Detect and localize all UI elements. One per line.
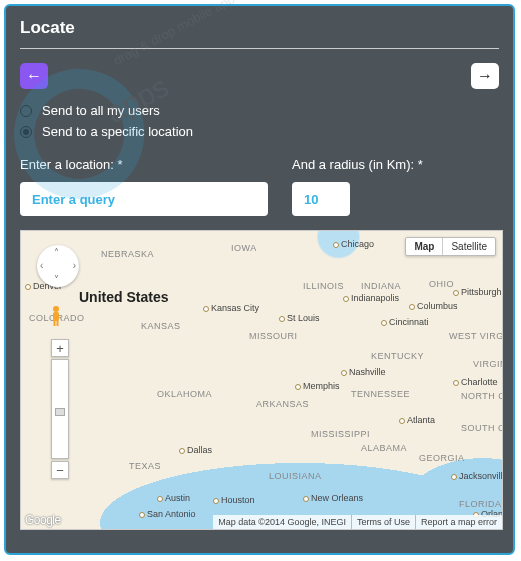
map-state-label: IOWA <box>231 243 257 253</box>
zoom-in-button[interactable]: + <box>51 339 69 357</box>
map-city-label: St Louis <box>279 313 320 323</box>
map-city-label: Indianapolis <box>343 293 399 303</box>
svg-rect-2 <box>54 320 56 326</box>
option-specific-location[interactable]: Send to a specific location <box>20 124 499 139</box>
map-state-label: KANSAS <box>141 321 181 331</box>
map-state-label: OKLAHOMA <box>157 389 212 399</box>
option-label: Send to a specific location <box>42 124 193 139</box>
map-type-control: Map Satellite <box>405 237 496 256</box>
map-country-label: United States <box>79 289 168 305</box>
chevron-down-icon: ˅ <box>54 274 59 285</box>
map-city-label: Kansas City <box>203 303 259 313</box>
radio-icon <box>20 105 32 117</box>
svg-rect-1 <box>53 312 59 321</box>
map-city-label: Charlotte <box>453 377 498 387</box>
chevron-up-icon: ˄ <box>54 247 59 258</box>
map-city-label: Nashville <box>341 367 386 377</box>
map-state-label: LOUISIANA <box>269 471 322 481</box>
map-state-label: KENTUCKY <box>371 351 424 361</box>
page-title: Locate <box>20 18 499 49</box>
map-city-label: Chicago <box>333 239 374 249</box>
arrow-right-icon: → <box>477 67 493 85</box>
map-state-label: NEBRASKA <box>101 249 154 259</box>
map-city-label: Dallas <box>179 445 212 455</box>
zoom-out-button[interactable]: − <box>51 461 69 479</box>
map-state-label: NORTH CAROLINA <box>461 391 503 401</box>
map-state-label: FLORIDA <box>459 499 502 509</box>
map-canvas[interactable]: United States NEBRASKAIOWAKANSASCOLORADO… <box>20 230 503 530</box>
map-type-map[interactable]: Map <box>406 238 443 255</box>
fields-row: Enter a location: * Enter a query And a … <box>20 157 499 216</box>
map-attribution: Map data ©2014 Google, INEGI Terms of Us… <box>213 515 502 529</box>
arrow-left-icon: ← <box>26 67 42 85</box>
svg-point-0 <box>53 306 59 312</box>
back-button[interactable]: ← <box>20 63 48 89</box>
map-state-label: ILLINOIS <box>303 281 344 291</box>
map-state-label: MISSOURI <box>249 331 298 341</box>
nav-row: ← → <box>20 63 499 89</box>
map-city-label: Memphis <box>295 381 340 391</box>
map-type-satellite[interactable]: Satellite <box>443 238 495 255</box>
map-state-label: TENNESSEE <box>351 389 410 399</box>
map-city-label: Atlanta <box>399 415 435 425</box>
map-city-label: Pittsburgh <box>453 287 502 297</box>
option-all-users[interactable]: Send to all my users <box>20 103 499 118</box>
map-data-text: Map data ©2014 Google, INEGI <box>213 515 351 529</box>
radius-input[interactable]: 10 <box>292 182 350 216</box>
chevron-left-icon: ‹ <box>40 260 43 271</box>
zoom-slider[interactable] <box>51 359 69 459</box>
map-city-label: San Antonio <box>139 509 196 519</box>
map-state-label: OHIO <box>429 279 454 289</box>
map-state-label: ALABAMA <box>361 443 407 453</box>
report-error-link[interactable]: Report a map error <box>415 515 502 529</box>
map-state-label: GEORGIA <box>419 453 465 463</box>
map-state-label: SOUTH CAROLINA <box>461 423 503 433</box>
location-input[interactable]: Enter a query <box>20 182 268 216</box>
svg-rect-3 <box>57 320 59 326</box>
map-city-label: Columbus <box>409 301 458 311</box>
map-state-label: VIRGINIA <box>473 359 503 369</box>
pegman-icon[interactable] <box>49 305 63 327</box>
map-city-label: New Orleans <box>303 493 363 503</box>
radius-label: And a radius (in Km): * <box>292 157 499 172</box>
option-label: Send to all my users <box>42 103 160 118</box>
radio-icon <box>20 126 32 138</box>
google-logo: Google <box>25 513 61 527</box>
map-city-label: Jacksonville <box>451 471 503 481</box>
map-state-label: ARKANSAS <box>256 399 309 409</box>
map-background <box>21 231 502 529</box>
forward-button[interactable]: → <box>471 63 499 89</box>
terms-link[interactable]: Terms of Use <box>351 515 415 529</box>
location-label: Enter a location: * <box>20 157 278 172</box>
map-state-label: MISSISSIPPI <box>311 429 370 439</box>
map-state-label: INDIANA <box>361 281 401 291</box>
map-state-label: TEXAS <box>129 461 161 471</box>
map-pan-control[interactable]: ˄ ˅ ‹ › <box>37 245 79 287</box>
chevron-right-icon: › <box>73 260 76 271</box>
map-state-label: WEST VIRGINIA <box>449 331 503 341</box>
locate-panel: apps drag & drop mobile app builder Loca… <box>4 4 515 555</box>
map-city-label: Austin <box>157 493 190 503</box>
map-city-label: Houston <box>213 495 255 505</box>
map-city-label: Cincinnati <box>381 317 429 327</box>
